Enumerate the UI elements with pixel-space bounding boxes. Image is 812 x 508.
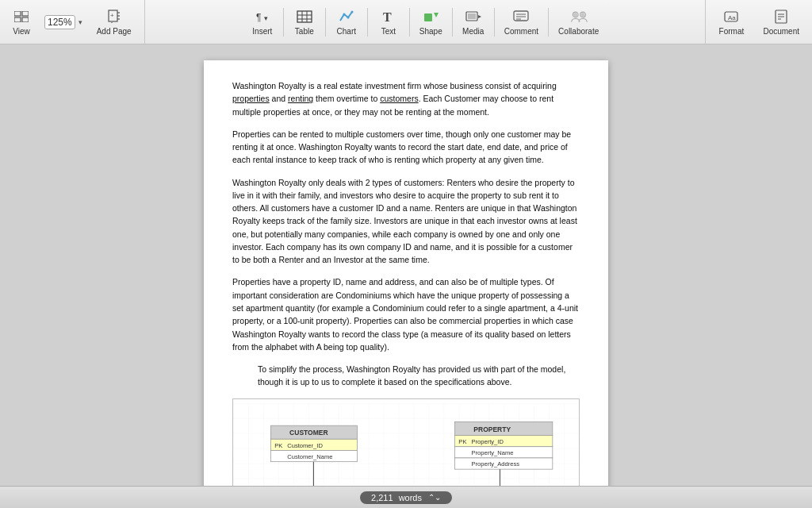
svg-rect-21 [424,13,432,21]
svg-text:T: T [383,10,392,24]
collaborate-icon [570,8,588,25]
svg-text:▾: ▾ [264,14,268,22]
document-icon [772,8,790,25]
sep6 [494,8,495,37]
zoom-value[interactable]: 125% [44,15,75,29]
customer-id-field: Customer_ID [287,441,323,448]
paragraph-2: Properties can be rented to multiple cus… [232,128,580,167]
page: Washington Royalty is a real estate inve… [204,60,608,486]
property-name-field: Property_Name [471,449,513,456]
word-count-value: 2,211 words [371,493,422,502]
word-count-number: 2,211 [371,493,393,502]
paragraph-4: Properties have a property ID, name and … [232,275,580,353]
chart-button[interactable]: Chart [329,5,364,39]
word-count-pill: 2,211 words ⌃⌄ [360,491,452,504]
svg-rect-2 [14,17,21,22]
insert-button[interactable]: ¶ ▾ Insert [245,5,280,39]
chart-label: Chart [337,27,356,36]
add-page-label: Add Page [97,27,132,36]
svg-point-33 [580,13,584,17]
renting-link: renting [288,94,313,103]
view-label: View [13,27,30,36]
svg-marker-22 [434,13,439,17]
svg-point-19 [350,11,353,13]
shape-label: Shape [419,27,442,36]
customer-table-title: CUSTOMER [289,429,328,437]
toolbar-left-section: View 125% ▾ + Add Page [0,0,145,44]
format-icon: Aa [722,8,740,25]
view-button[interactable]: View [6,5,36,39]
document-label: Document [763,27,799,36]
text-label: Text [381,27,396,36]
svg-rect-25 [468,13,476,19]
insert-label: Insert [252,27,272,36]
document-button[interactable]: Document [756,5,806,39]
media-label: Media [462,27,484,36]
svg-rect-12 [297,11,312,22]
sep7 [548,8,549,37]
text-button[interactable]: T Text [371,5,406,39]
svg-marker-24 [478,15,481,18]
text-icon: T [380,8,397,25]
chart-icon [338,8,355,25]
view-icon [13,8,30,25]
table-label: Table [295,27,314,36]
property-id-field: Property_ID [471,437,504,444]
paragraph-5: To simplify the process, Washington Roya… [232,363,580,389]
word-count-chevrons[interactable]: ⌃⌄ [428,493,441,502]
status-bar: 2,211 words ⌃⌄ [0,486,812,508]
property-pk-label: PK [458,437,466,444]
sep4 [409,8,410,37]
media-icon [465,8,482,25]
svg-rect-0 [14,11,21,16]
shape-icon [422,8,439,25]
toolbar-center-section: ¶ ▾ Insert Table [145,0,706,44]
svg-point-17 [343,13,345,16]
svg-rect-45 [455,435,553,446]
properties-link: properties [232,94,270,103]
er-diagram: CUSTOMER PK Customer_ID Customer_Name PR… [232,398,580,486]
sep1 [283,8,284,37]
svg-text:+: + [110,12,114,19]
document-area: Washington Royalty is a real estate inve… [0,44,812,486]
customer-pk-label: PK [274,441,282,448]
toolbar-right-section: Aa Format Document [705,0,812,44]
svg-point-18 [347,17,349,19]
paragraph-1: Washington Royalty is a real estate inve… [232,79,580,118]
sep2 [325,8,326,37]
insert-icon: ¶ ▾ [254,8,271,25]
comment-button[interactable]: Comment [498,5,545,39]
svg-text:Aa: Aa [728,14,736,21]
svg-rect-3 [22,17,29,22]
add-page-icon: + [105,8,123,25]
sep3 [367,8,368,37]
toolbar: View 125% ▾ + Add Page [0,0,812,44]
customers-link: customers [380,94,418,103]
table-button[interactable]: Table [287,5,322,39]
add-page-button[interactable]: + Add Page [90,5,138,39]
table-icon [296,8,313,25]
property-address-field: Property_Address [471,460,519,468]
shape-button[interactable]: Shape [413,5,449,39]
customer-name-field: Customer_Name [287,452,332,460]
paragraph-3: Washington Royalty only deals with 2 typ… [232,176,580,267]
collaborate-button[interactable]: Collaborate [552,5,605,39]
zoom-control[interactable]: 125% ▾ [40,15,87,29]
comment-icon [512,8,530,25]
er-diagram-svg: CUSTOMER PK Customer_ID Customer_Name PR… [233,399,579,486]
media-button[interactable]: Media [456,5,491,39]
format-label: Format [719,27,745,36]
collaborate-label: Collaborate [558,27,599,36]
sep5 [452,8,453,37]
property-table-title: PROPERTY [473,425,511,433]
svg-text:¶: ¶ [256,12,261,23]
svg-point-32 [573,13,577,17]
word-count-label: words [399,493,422,502]
zoom-dropdown-icon[interactable]: ▾ [79,18,82,26]
svg-rect-1 [22,11,29,16]
format-button[interactable]: Aa Format [712,5,750,39]
comment-label: Comment [504,27,538,36]
